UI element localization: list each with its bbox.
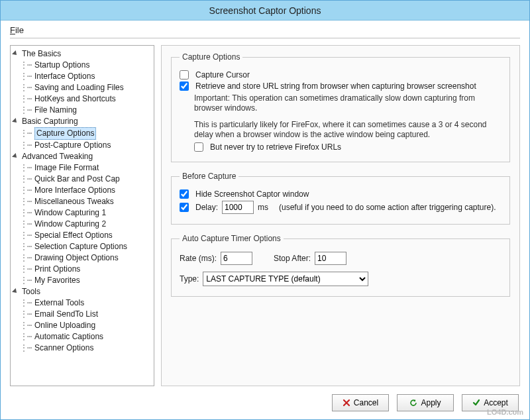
tree-drawing-object[interactable]: ⋮⋯Drawing Object Options [12,252,152,264]
label-ms: ms [258,203,268,212]
tree-cat-tools[interactable]: Tools [12,286,152,297]
expander-icon[interactable] [13,289,19,295]
options-tree[interactable]: The Basics ⋮⋯Startup Options ⋮⋯Interface… [10,45,154,386]
tree-automatic-captions[interactable]: ⋮⋯Automatic Captions [12,331,152,342]
tree-external-tools[interactable]: ⋮⋯External Tools [12,297,152,309]
tree-email-sendto[interactable]: ⋮⋯Email SendTo List [12,309,152,320]
menu-file[interactable]: File [10,25,24,35]
tree-capture-options[interactable]: ⋮⋯Capture Options [12,127,152,140]
tree-file-naming[interactable]: ⋮⋯File Naming [12,105,152,116]
tree-special-effect[interactable]: ⋮⋯Special Effect Options [12,230,152,241]
label-delay[interactable]: Delay: [195,203,218,212]
tree-quick-bar[interactable]: ⋮⋯Quick Bar and Post Cap [12,174,152,185]
input-rate-ms[interactable] [221,252,252,265]
window-title: Screenshot Captor Options [209,5,321,16]
checkbox-retrieve-url[interactable] [180,81,189,91]
label-rate: Rate (ms): [180,254,217,263]
checkbox-delay[interactable] [180,203,189,212]
menubar: File [1,21,529,36]
tree-cat-advanced[interactable]: Advanced Tweaking [12,151,152,162]
note-important: Important: This operation can sometimes … [194,93,502,113]
tree-misc-tweaks[interactable]: ⋮⋯Miscellaneous Tweaks [12,196,152,207]
tree-window-capturing-2[interactable]: ⋮⋯Window Capturing 2 [12,219,152,230]
accept-button[interactable]: Accept [462,394,519,411]
options-window: Screenshot Captor Options File The Basic… [0,0,530,420]
group-before-capture: Before Capture Hide Screenshot Captor wi… [171,172,510,225]
content-panel: Capture Options Capture Cursor Retrieve … [161,45,520,386]
tree-cat-basics[interactable]: The Basics [12,48,152,60]
tree-image-file-format[interactable]: ⋮⋯Image File Format [12,162,152,174]
expander-icon[interactable] [13,51,19,57]
label-never-firefox[interactable]: But never try to retrieve Firefox URLs [210,142,341,152]
label-hide-window[interactable]: Hide Screenshot Captor window [195,189,309,199]
tree-saving-loading[interactable]: ⋮⋯Saving and Loading Files [12,82,152,93]
tree-post-capture-options[interactable]: ⋮⋯Post-Capture Options [12,140,152,151]
cancel-button[interactable]: Cancel [332,394,389,411]
dialog-button-row: Cancel Apply Accept [1,390,529,419]
legend-capture-options: Capture Options [180,52,242,62]
checkbox-capture-cursor[interactable] [180,70,189,79]
group-capture-options: Capture Options Capture Cursor Retrieve … [171,52,510,162]
tree-hotkeys[interactable]: ⋮⋯HotKeys and Shortcuts [12,93,152,105]
tree-startup-options[interactable]: ⋮⋯Startup Options [12,60,152,71]
tree-more-interface[interactable]: ⋮⋯More Interface Options [12,185,152,196]
tree-my-favorites[interactable]: ⋮⋯My Favorites [12,275,152,286]
expander-icon[interactable] [13,154,19,160]
body-area: The Basics ⋮⋯Startup Options ⋮⋯Interface… [1,38,529,390]
legend-auto-timer: Auto Capture Timer Options [180,234,284,243]
tree-selection-capture[interactable]: ⋮⋯Selection Capture Options [12,241,152,252]
expander-icon[interactable] [13,119,19,125]
titlebar: Screenshot Captor Options [1,1,529,21]
input-delay-ms[interactable] [222,201,254,214]
check-icon [472,399,480,407]
label-stop-after: Stop After: [274,254,311,263]
input-stop-after[interactable] [315,252,346,265]
checkbox-hide-window[interactable] [180,189,189,199]
label-retrieve-url[interactable]: Retrieve and store URL string from brows… [195,81,476,91]
tree-online-uploading[interactable]: ⋮⋯Online Uploading [12,320,152,331]
apply-button[interactable]: Apply [397,394,454,411]
hint-delay: (useful if you need to do some action af… [279,203,496,212]
checkbox-never-firefox[interactable] [194,142,203,152]
legend-before-capture: Before Capture [180,172,238,181]
tree-scanner-options[interactable]: ⋮⋯Scanner Options [12,342,152,354]
label-type: Type: [180,274,199,284]
tree-interface-options[interactable]: ⋮⋯Interface Options [12,71,152,82]
tree-print-options[interactable]: ⋮⋯Print Options [12,264,152,275]
tree-window-capturing-1[interactable]: ⋮⋯Window Capturing 1 [12,207,152,219]
note-firefox: This is particularly likely for FireFox,… [194,120,502,140]
refresh-icon [409,399,417,407]
select-capture-type[interactable]: LAST CAPTURE TYPE (default) [203,272,368,286]
label-capture-cursor[interactable]: Capture Cursor [195,70,250,79]
tree-cat-basic-capturing[interactable]: Basic Capturing [12,116,152,127]
group-auto-capture-timer: Auto Capture Timer Options Rate (ms): St… [171,234,510,297]
x-icon [343,399,350,407]
